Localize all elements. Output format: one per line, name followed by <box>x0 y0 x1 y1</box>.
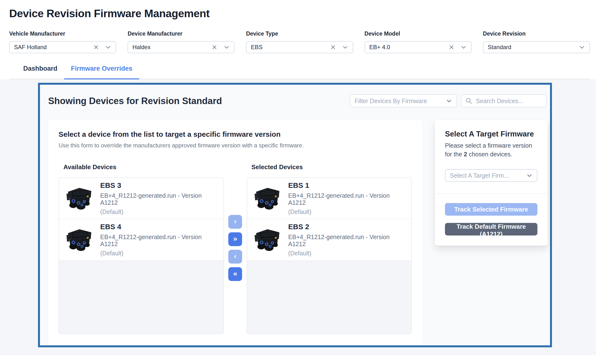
filter-device-type: Device Type EBS <box>246 30 353 53</box>
transfer-buttons: › » ‹ « <box>224 163 247 334</box>
device-row-ebs-3[interactable]: EBS 3 EB+4_R1212-generated.run - Version… <box>59 178 223 219</box>
tab-firmware-overrides[interactable]: Firmware Overrides <box>64 65 139 79</box>
move-right-button[interactable]: › <box>228 215 242 229</box>
transfer-card-title: Select a device from the list to target … <box>59 130 412 138</box>
search-icon <box>465 97 473 105</box>
selected-devices-list: EBS 1 EB+4_R1212-generated.run - Version… <box>247 177 412 334</box>
move-left-button[interactable]: ‹ <box>228 250 242 264</box>
device-default-badge: (Default) <box>288 208 407 215</box>
selected-value: Standard <box>488 44 579 51</box>
device-revision-select[interactable]: Standard <box>483 41 590 53</box>
ebs-device-image <box>64 225 95 255</box>
available-devices-column: Available Devices <box>59 163 224 334</box>
track-selected-firmware-button[interactable]: Track Selected Firmware <box>445 203 537 216</box>
page-title: Device Revision Firmware Management <box>9 7 590 20</box>
placeholder-text: Select A Target Firm... <box>450 172 526 179</box>
target-firmware-card: Select A Target Firmware Please select a… <box>435 120 548 246</box>
ebs-device-image <box>252 225 283 255</box>
chevron-down-icon <box>460 44 467 50</box>
ebs-device-image <box>252 184 283 213</box>
device-default-badge: (Default) <box>100 250 219 257</box>
filter-bar: Vehicle Manufacturer SAF Holland Device … <box>9 30 590 53</box>
chevron-down-icon <box>105 44 111 50</box>
panel-controls: Filter Devices By Firmware <box>350 94 547 107</box>
clear-icon[interactable] <box>211 44 218 50</box>
device-manufacturer-select[interactable]: Haldex <box>128 41 235 53</box>
device-search[interactable] <box>461 94 547 107</box>
device-text: EBS 3 EB+4_R1212-generated.run - Version… <box>100 181 219 215</box>
device-row-ebs-4[interactable]: EBS 4 EB+4_R1212-generated.run - Version… <box>59 219 223 261</box>
clear-icon[interactable] <box>330 44 336 50</box>
target-firmware-select[interactable]: Select A Target Firm... <box>445 169 537 182</box>
selected-value: EB+ 4.0 <box>369 44 448 51</box>
device-firmware: EB+4_R1212-generated.run - Version A1212 <box>100 192 219 206</box>
available-devices-list: EBS 3 EB+4_R1212-generated.run - Version… <box>59 177 224 334</box>
move-all-left-button[interactable]: « <box>228 267 242 281</box>
device-firmware: EB+4_R1212-generated.run - Version A1212 <box>288 234 407 248</box>
target-card-description: Please select a firmware version for the… <box>445 141 537 159</box>
panel-header: Showing Devices for Revision Standard Fi… <box>48 94 548 107</box>
chevron-down-icon <box>526 172 533 179</box>
selected-devices-column: Selected Devices <box>247 163 412 334</box>
track-default-firmware-button[interactable]: Track Default Firmware (A1212) <box>445 223 537 235</box>
selected-devices-label: Selected Devices <box>252 163 412 171</box>
search-input[interactable] <box>476 98 542 105</box>
description-suffix: chosen devices. <box>467 151 512 158</box>
device-name: EBS 2 <box>288 223 407 231</box>
filter-label: Vehicle Manufacturer <box>9 30 116 37</box>
filter-device-revision: Device Revision Standard <box>483 30 590 53</box>
selected-value: Haldex <box>132 44 211 51</box>
filter-device-model: Device Model EB+ 4.0 <box>365 30 472 53</box>
device-firmware: EB+4_R1212-generated.run - Version A1212 <box>288 192 407 206</box>
chevron-down-icon <box>342 44 348 50</box>
chosen-device-count: 2 <box>464 151 467 158</box>
device-default-badge: (Default) <box>100 208 219 215</box>
selected-value: SAF Holland <box>14 44 93 51</box>
device-type-select[interactable]: EBS <box>246 41 353 53</box>
device-text: EBS 2 EB+4_R1212-generated.run - Version… <box>288 223 407 257</box>
clear-icon[interactable] <box>93 44 99 50</box>
clear-icon[interactable] <box>448 44 455 50</box>
device-model-select[interactable]: EB+ 4.0 <box>365 41 472 53</box>
device-firmware: EB+4_R1212-generated.run - Version A1212 <box>100 234 219 248</box>
move-all-right-button[interactable]: » <box>228 232 242 246</box>
firmware-overrides-panel: Showing Devices for Revision Standard Fi… <box>38 83 552 347</box>
filter-label: Device Model <box>365 30 472 37</box>
placeholder-text: Filter Devices By Firmware <box>355 98 446 105</box>
target-card-title: Select A Target Firmware <box>445 130 537 138</box>
panel-body: Select a device from the list to target … <box>48 120 548 345</box>
chevron-down-icon <box>223 44 230 50</box>
ebs-device-image <box>64 184 95 213</box>
chevron-down-icon <box>579 44 585 50</box>
panel-heading: Showing Devices for Revision Standard <box>48 96 222 106</box>
available-devices-label: Available Devices <box>63 163 224 171</box>
page-header: Device Revision Firmware Management Vehi… <box>0 0 596 79</box>
filter-device-manufacturer: Device Manufacturer Haldex <box>128 30 235 53</box>
device-text: EBS 1 EB+4_R1212-generated.run - Version… <box>288 181 407 215</box>
tab-dashboard[interactable]: Dashboard <box>16 65 64 79</box>
filter-label: Device Type <box>246 30 353 37</box>
filter-label: Device Revision <box>483 30 590 37</box>
device-row-ebs-1[interactable]: EBS 1 EB+4_R1212-generated.run - Version… <box>247 178 412 219</box>
vehicle-manufacturer-select[interactable]: SAF Holland <box>9 41 116 53</box>
device-row-ebs-2[interactable]: EBS 2 EB+4_R1212-generated.run - Version… <box>247 219 412 261</box>
device-text: EBS 4 EB+4_R1212-generated.run - Version… <box>100 223 219 257</box>
filter-label: Device Manufacturer <box>128 30 235 37</box>
selected-value: EBS <box>251 44 330 51</box>
chevron-down-icon <box>446 98 452 104</box>
device-transfer-card: Select a device from the list to target … <box>48 120 422 345</box>
device-default-badge: (Default) <box>288 250 407 257</box>
filter-vehicle-manufacturer: Vehicle Manufacturer SAF Holland <box>9 30 116 53</box>
device-name: EBS 3 <box>100 181 219 190</box>
transfer-card-subtitle: Use this form to override the manufactur… <box>59 142 412 149</box>
content-area: Showing Devices for Revision Standard Fi… <box>0 79 596 355</box>
divider <box>435 193 548 194</box>
filter-devices-by-firmware-select[interactable]: Filter Devices By Firmware <box>350 94 457 107</box>
device-name: EBS 1 <box>288 181 407 190</box>
device-lists: Available Devices <box>59 163 412 334</box>
device-name: EBS 4 <box>100 223 219 231</box>
tab-bar: Dashboard Firmware Overrides <box>9 65 590 79</box>
